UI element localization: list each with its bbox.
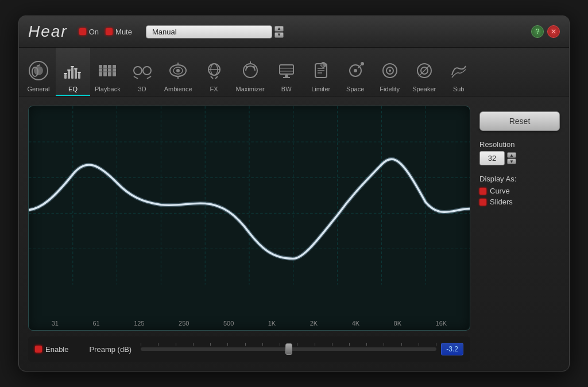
tab-sub-label: Sub	[453, 86, 465, 92]
preamp-slider-track[interactable]	[141, 347, 436, 351]
enable-button[interactable]: Enable	[35, 345, 68, 354]
tab-limiter[interactable]: dB Limiter	[304, 48, 338, 96]
main-content: 31 61 125 250 500 1K 2K 4K 8K 16K Enable	[19, 96, 569, 371]
resolution-up-arrow[interactable]: ▲	[507, 152, 516, 158]
svg-rect-17	[113, 65, 116, 76]
on-label: On	[89, 28, 99, 36]
display-as-label: Display As:	[479, 175, 560, 183]
app-window: Hear On Mute ▲ ▼ ? ✕	[18, 16, 570, 371]
mute-label: Mute	[115, 28, 132, 36]
ambience-icon	[165, 58, 191, 83]
preset-down-arrow[interactable]: ▼	[274, 32, 284, 38]
tab-bar: General EQ	[19, 48, 569, 96]
fidelity-icon	[377, 58, 403, 83]
tab-bw[interactable]: BW	[269, 48, 304, 96]
enable-label: Enable	[45, 345, 68, 354]
preamp-slider-container: -3.2	[141, 343, 463, 355]
tab-eq-label: EQ	[68, 86, 78, 92]
tab-maximizer[interactable]: Maximizer	[231, 48, 269, 96]
tab-playback[interactable]: Playback	[90, 48, 125, 96]
freq-1k: 1K	[268, 320, 276, 327]
bottom-bar: Enable Preamp (dB)	[28, 336, 470, 362]
preamp-slider-thumb[interactable]	[285, 343, 292, 355]
display-as-section: Display As: Curve Sliders	[479, 175, 560, 208]
preamp-label: Preamp (dB)	[89, 345, 131, 354]
tab-speaker-label: Speaker	[412, 86, 436, 92]
help-button[interactable]: ?	[531, 25, 544, 38]
svg-point-52	[361, 62, 364, 65]
resolution-down-arrow[interactable]: ▼	[507, 158, 516, 164]
freq-4k: 4K	[352, 320, 359, 327]
on-button[interactable]: On	[79, 28, 99, 36]
tab-3d[interactable]: 3D	[125, 48, 160, 96]
tab-fx[interactable]: FX	[197, 48, 231, 96]
svg-line-32	[211, 76, 213, 79]
svg-rect-15	[103, 65, 107, 76]
sliders-radio	[479, 199, 486, 206]
svg-point-21	[143, 67, 151, 75]
freq-125: 125	[134, 320, 144, 327]
resolution-arrows: ▲ ▼	[507, 152, 516, 164]
curve-label: Curve	[490, 187, 510, 195]
3d-icon	[130, 58, 155, 83]
eq-icon	[60, 58, 86, 83]
sliders-option[interactable]: Sliders	[479, 198, 560, 206]
freq-500: 500	[223, 320, 234, 327]
tab-fidelity-label: Fidelity	[380, 86, 400, 92]
svg-rect-16	[108, 65, 111, 76]
reset-button[interactable]: Reset	[479, 111, 560, 131]
close-button[interactable]: ✕	[547, 25, 560, 38]
general-icon	[26, 58, 51, 83]
svg-rect-5	[68, 71, 70, 79]
eq-graph[interactable]: 31 61 125 250 500 1K 2K 4K 8K 16K	[28, 106, 470, 331]
preset-select: ▲ ▼	[146, 25, 284, 38]
svg-line-3	[37, 65, 40, 66]
resolution-control: 32 ▲ ▼	[479, 151, 560, 165]
svg-rect-38	[280, 65, 293, 74]
app-title: Hear	[28, 22, 68, 41]
tab-speaker[interactable]: Speaker	[407, 48, 442, 96]
tab-ambience[interactable]: Ambience	[160, 48, 197, 96]
space-icon	[343, 58, 368, 83]
tab-fx-label: FX	[210, 86, 218, 92]
curve-option[interactable]: Curve	[479, 187, 560, 195]
svg-line-22	[134, 76, 138, 79]
tab-bw-label: BW	[281, 86, 292, 92]
svg-rect-6	[71, 67, 74, 79]
header: Hear On Mute ▲ ▼ ? ✕	[19, 16, 569, 48]
svg-point-26	[176, 69, 180, 72]
svg-rect-4	[64, 74, 67, 79]
speaker-icon	[412, 58, 437, 83]
svg-rect-13	[78, 72, 81, 73]
resolution-value: 32	[479, 151, 505, 165]
tab-space[interactable]: Space	[338, 48, 373, 96]
tab-eq[interactable]: EQ	[56, 48, 90, 96]
tab-3d-label: 3D	[138, 86, 146, 92]
tab-sub[interactable]: Sub	[442, 48, 476, 96]
svg-line-23	[147, 76, 151, 79]
maximizer-icon	[238, 58, 263, 83]
svg-rect-8	[78, 73, 80, 79]
svg-rect-9	[64, 73, 67, 74]
bw-icon	[274, 58, 299, 83]
tab-ambience-label: Ambience	[164, 86, 192, 92]
tab-general[interactable]: General	[21, 48, 56, 96]
tab-playback-label: Playback	[95, 86, 121, 92]
svg-point-55	[389, 69, 391, 72]
freq-31: 31	[52, 320, 59, 327]
mute-button[interactable]: Mute	[106, 28, 132, 36]
svg-line-33	[215, 76, 218, 79]
freq-250: 250	[179, 320, 189, 327]
preset-up-arrow[interactable]: ▲	[274, 26, 284, 32]
eq-area: 31 61 125 250 500 1K 2K 4K 8K 16K Enable	[28, 106, 470, 362]
svg-point-36	[253, 66, 255, 68]
fx-icon	[202, 58, 227, 83]
freq-16k: 16K	[436, 320, 447, 327]
tab-fidelity[interactable]: Fidelity	[373, 48, 407, 96]
curve-radio	[479, 188, 486, 195]
svg-rect-14	[99, 65, 102, 76]
mute-led	[106, 28, 113, 35]
preset-input[interactable]	[146, 25, 272, 38]
resolution-label: Resolution	[479, 140, 560, 149]
resolution-section: Resolution 32 ▲ ▼	[479, 140, 560, 165]
